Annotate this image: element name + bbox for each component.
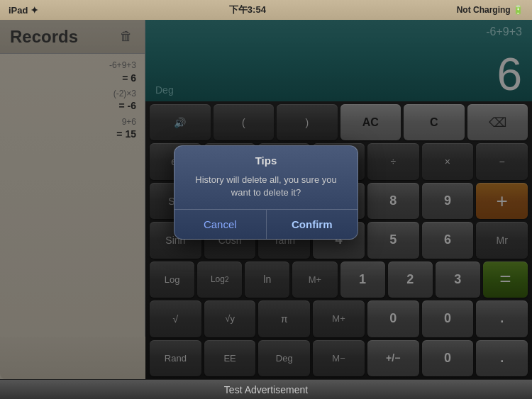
status-battery: Not Charging 🔋 (457, 5, 523, 15)
ad-banner: Test Advertisement (0, 379, 532, 399)
modal-confirm-button[interactable]: Confirm (267, 210, 358, 239)
modal-message: History will delete all, you sure you wa… (174, 171, 358, 209)
main-area: Records 🗑 -6+9+3 = 6 (-2)×3 = -6 9+6 = 1… (0, 20, 532, 379)
modal-cancel-button[interactable]: Cancel (174, 210, 266, 239)
ad-text: Test Advertisement (224, 384, 308, 395)
ipad-label: iPad ✦ (9, 5, 38, 16)
modal-buttons: Cancel Confirm (174, 210, 358, 239)
status-left: iPad ✦ (9, 5, 38, 16)
status-time: 下午3:54 (229, 4, 266, 16)
modal-title: Tips (174, 146, 358, 171)
status-bar: iPad ✦ 下午3:54 Not Charging 🔋 (0, 0, 532, 20)
modal-overlay[interactable]: Tips History will delete all, you sure y… (0, 20, 532, 379)
modal-dialog: Tips History will delete all, you sure y… (174, 145, 358, 240)
